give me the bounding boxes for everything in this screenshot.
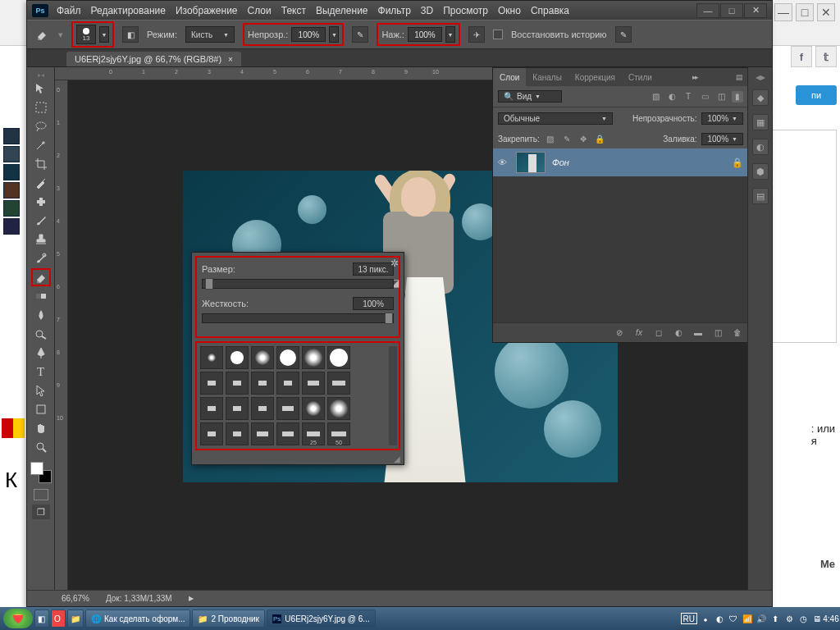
new-layer-icon[interactable]: ◫	[712, 327, 724, 339]
lasso-tool[interactable]	[31, 117, 51, 135]
tray-icon[interactable]: 🔊	[756, 613, 767, 624]
mode-select[interactable]: Кисть▼	[185, 26, 235, 43]
styles-panel-icon[interactable]: ⬢	[752, 163, 769, 180]
lock-pixels-icon[interactable]: ✎	[561, 133, 573, 144]
brush-preset[interactable]	[200, 346, 223, 369]
wand-tool[interactable]	[31, 136, 51, 154]
menu-file[interactable]: Файл	[57, 5, 81, 16]
gradient-tool[interactable]	[31, 287, 51, 305]
tab-layers[interactable]: Слои	[493, 68, 526, 86]
lang-indicator[interactable]: RU	[681, 613, 697, 624]
brush-preset[interactable]	[226, 397, 249, 420]
foreground-background-colors[interactable]	[30, 462, 52, 483]
filter-toggle-icon[interactable]: ▮	[732, 91, 743, 103]
layers-panel-icon[interactable]: ▤	[752, 188, 769, 204]
pressure-opacity-icon[interactable]: ✎	[352, 26, 368, 43]
crop-tool[interactable]	[31, 155, 51, 173]
tray-icon[interactable]: 🛡	[728, 613, 739, 624]
browser-max-icon[interactable]: □	[796, 3, 814, 21]
menu-type[interactable]: Текст	[281, 5, 306, 16]
presets-scrollbar[interactable]	[389, 346, 397, 445]
hardness-input[interactable]: 100%	[353, 297, 394, 310]
opacity-dropdown-icon[interactable]: ▼	[329, 26, 339, 43]
taskbar-quicklaunch[interactable]: ◧	[34, 609, 49, 628]
brush-preset[interactable]	[276, 372, 299, 395]
layer-mask-icon[interactable]: ◻	[653, 327, 664, 339]
tray-icon[interactable]: ⬆	[769, 613, 781, 624]
tray-icon[interactable]: 🖥	[811, 613, 823, 624]
panel-menu-icon[interactable]: ▤	[731, 73, 748, 81]
layer-name[interactable]: Фон	[552, 158, 569, 167]
taskbar-clock[interactable]: 4:46	[825, 613, 837, 624]
browser-min-icon[interactable]: —	[774, 3, 792, 21]
lock-transparency-icon[interactable]: ▨	[545, 133, 556, 144]
blend-mode-select[interactable]: Обычные▼	[498, 112, 613, 125]
delete-layer-icon[interactable]: 🗑	[732, 327, 743, 339]
brush-preset[interactable]	[226, 346, 249, 369]
color-panel-icon[interactable]: ◆	[752, 89, 769, 106]
layer-fx-icon[interactable]: fx	[633, 327, 645, 339]
link-layers-icon[interactable]: ⊘	[614, 327, 625, 339]
pressure-size-icon[interactable]: ✎	[615, 26, 632, 43]
tray-icon[interactable]: 📶	[742, 613, 753, 624]
status-arrow-icon[interactable]: ▶	[189, 595, 194, 602]
tab-corrections[interactable]: Коррекция	[568, 68, 622, 86]
brush-panel-toggle-icon[interactable]: ◧	[122, 26, 139, 43]
document-tab[interactable]: U6ERj2sjy6Y.jpg @ 66,7% (RGB/8#) ×	[66, 52, 241, 66]
close-icon[interactable]: ✕	[744, 3, 767, 18]
brush-preset[interactable]	[251, 422, 274, 445]
dock-expand-icon[interactable]: ◀▶	[756, 74, 765, 81]
tab-close-icon[interactable]: ×	[228, 55, 233, 64]
dodge-tool[interactable]	[31, 325, 51, 343]
zoom-level[interactable]: 66,67%	[62, 594, 89, 603]
brush-dropdown-icon[interactable]: ▼	[99, 26, 109, 43]
facebook-icon[interactable]: f	[791, 46, 812, 67]
brush-preset[interactable]	[226, 372, 249, 395]
brush-preset[interactable]	[302, 397, 325, 420]
menu-edit[interactable]: Редактирование	[91, 5, 166, 16]
brush-preset[interactable]: 25	[302, 422, 325, 445]
flow-dropdown-icon[interactable]: ▼	[445, 26, 455, 43]
size-slider[interactable]	[202, 279, 394, 289]
tray-icon[interactable]: ⬥	[700, 613, 711, 624]
brush-preset[interactable]	[200, 372, 223, 395]
type-tool[interactable]: T	[31, 363, 51, 381]
menu-layer[interactable]: Слои	[248, 5, 272, 16]
brush-preview[interactable]: 13	[76, 25, 96, 44]
resize-handle-icon[interactable]: ◢	[394, 454, 402, 463]
brush-tool[interactable]	[31, 212, 51, 230]
flow-input[interactable]: 100%	[408, 27, 442, 42]
blur-tool[interactable]	[31, 306, 51, 324]
size-input[interactable]: 13 пикс.	[353, 262, 394, 276]
hand-tool[interactable]	[31, 419, 51, 437]
brush-preset[interactable]	[200, 422, 223, 445]
brush-preset[interactable]	[251, 372, 274, 395]
brush-preset[interactable]	[276, 346, 299, 369]
eyedropper-tool[interactable]	[31, 174, 51, 192]
layer-opacity-input[interactable]: 100%▼	[701, 112, 743, 125]
pen-tool[interactable]	[31, 344, 51, 362]
menu-view[interactable]: Просмотр	[443, 5, 488, 16]
adjustments-panel-icon[interactable]: ◐	[752, 139, 769, 155]
brush-preset[interactable]	[327, 397, 350, 420]
tray-icon[interactable]: ◐	[714, 613, 725, 624]
brush-preset[interactable]	[276, 397, 299, 420]
blue-button[interactable]: пи	[796, 85, 837, 105]
swatches-panel-icon[interactable]: ▦	[752, 114, 769, 130]
erase-history-checkbox[interactable]	[493, 30, 503, 39]
filter-shape-icon[interactable]: ▭	[699, 91, 710, 103]
fill-input[interactable]: 100%▼	[701, 133, 743, 145]
layer-item[interactable]: 👁 Фон 🔒	[493, 148, 748, 176]
minimize-icon[interactable]: —	[696, 3, 719, 18]
move-tool[interactable]	[31, 80, 51, 98]
brush-preset[interactable]	[276, 422, 299, 445]
opacity-input[interactable]: 100%	[291, 27, 326, 42]
doc-size[interactable]: Док: 1,33M/1,33M	[106, 594, 172, 603]
history-brush-tool[interactable]	[31, 249, 51, 267]
zoom-tool[interactable]	[31, 438, 51, 456]
menu-filter[interactable]: Фильтр	[378, 5, 411, 16]
panel-collapse-icon[interactable]: ▸▸	[687, 73, 702, 81]
brush-preset[interactable]	[327, 372, 350, 395]
lock-all-icon[interactable]: 🔒	[594, 133, 605, 144]
maximize-icon[interactable]: □	[720, 3, 743, 18]
